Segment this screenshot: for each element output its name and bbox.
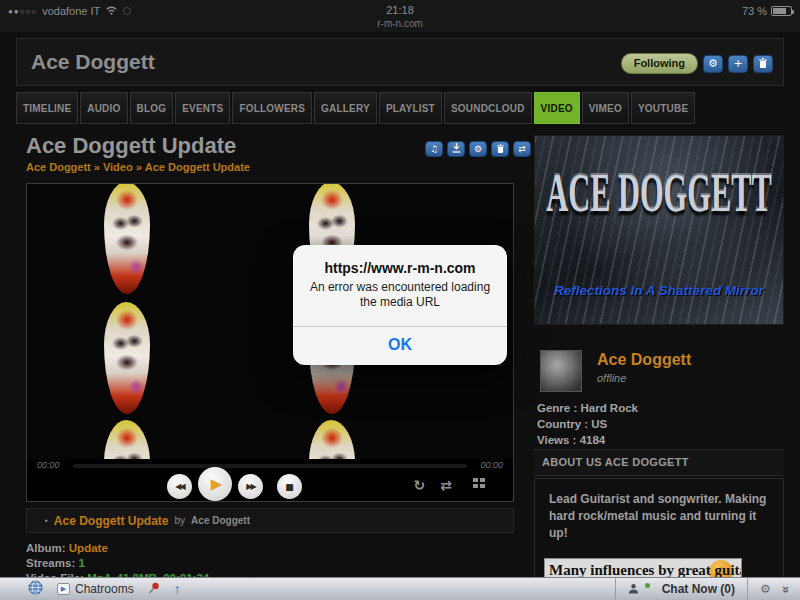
browser-bottom-toolbar: ▶ Chatrooms ↑ Chat Now (0) ⚙ » bbox=[0, 577, 800, 600]
media-error-dialog: https://www.r-m-n.com An error was encou… bbox=[293, 245, 507, 365]
stop-button[interactable]: ■ bbox=[277, 474, 302, 499]
album-label: Album: bbox=[26, 542, 66, 554]
views-row: Views : 4184 bbox=[537, 432, 638, 448]
stop-icon: ■ bbox=[285, 482, 294, 492]
track-title-link[interactable]: Ace Doggett Update bbox=[54, 514, 169, 528]
rewind-button[interactable]: ◀◀ bbox=[167, 474, 192, 499]
tab-followers[interactable]: FOLLOWERS bbox=[232, 92, 312, 124]
views-value: 4184 bbox=[580, 434, 606, 446]
video-frame-face bbox=[309, 420, 355, 459]
battery-percent-label: 73 % bbox=[742, 5, 767, 17]
player-controls: 00:00 00:00 ◀◀ ▶ ▶▶ ■ ↻ ⇄ bbox=[27, 459, 513, 501]
tab-video[interactable]: VIDEO bbox=[534, 92, 580, 124]
breadcrumb: Ace Doggett»Video»Ace Doggett Update bbox=[26, 161, 250, 173]
shuffle-button[interactable]: ⇄ bbox=[440, 477, 452, 493]
tab-gallery[interactable]: GALLERY bbox=[314, 92, 377, 124]
tab-soundcloud[interactable]: SOUNDCLOUD bbox=[444, 92, 532, 124]
pin-icon[interactable] bbox=[148, 580, 160, 598]
breadcrumb-separator: » bbox=[91, 161, 103, 173]
ios-status-bar: ●●○○○ vodafone IT 21:18 r-m-n.com 73 % bbox=[0, 0, 800, 32]
fast-forward-icon: ▶▶ bbox=[246, 482, 254, 491]
online-status-label: offline bbox=[597, 372, 626, 384]
playlist-item[interactable]: ▪ Ace Doggett Update by Ace Doggett bbox=[26, 508, 514, 533]
collapse-chevron-icon[interactable]: » bbox=[779, 585, 794, 592]
breadcrumb-artist-link[interactable]: Ace Doggett bbox=[26, 161, 91, 173]
tab-events[interactable]: EVENTS bbox=[175, 92, 230, 124]
tab-playlist[interactable]: PLAYLIST bbox=[379, 92, 442, 124]
breadcrumb-video-link[interactable]: Video bbox=[103, 161, 133, 173]
dialog-ok-button[interactable]: OK bbox=[293, 327, 507, 365]
share-shuffle-button[interactable]: ⇄ bbox=[513, 141, 531, 157]
bullet-icon: ▪ bbox=[45, 516, 48, 525]
delete-button[interactable] bbox=[753, 55, 773, 73]
media-delete-button[interactable] bbox=[491, 141, 509, 157]
streams-label: Streams: bbox=[26, 557, 75, 569]
online-dot-icon bbox=[645, 583, 650, 588]
about-section-heading: ABOUT US ACE DOGGETT bbox=[534, 449, 784, 476]
settings-gear-button[interactable]: ⚙ bbox=[703, 55, 723, 73]
breadcrumb-current-page: Ace Doggett Update bbox=[145, 161, 250, 173]
seek-bar[interactable] bbox=[73, 464, 467, 468]
add-to-playlist-button[interactable]: ♫ bbox=[425, 141, 443, 157]
download-icon bbox=[452, 143, 461, 155]
media-action-buttons: ♫ ⚙ ⇄ bbox=[425, 141, 531, 157]
album-cover-art[interactable]: ACE DOGGETT Reflections In A Shattered M… bbox=[534, 135, 784, 325]
chatrooms-button[interactable]: ▶ Chatrooms bbox=[57, 582, 134, 596]
artist-meta: Genre : Hard Rock Country : US Views : 4… bbox=[537, 400, 638, 448]
artist-info-row: Ace Doggett offline bbox=[540, 350, 784, 396]
streams-value: 1 bbox=[78, 557, 84, 569]
genre-label: Genre : bbox=[537, 402, 577, 414]
tab-blog[interactable]: BLOG bbox=[130, 92, 174, 124]
album-value-link[interactable]: Update bbox=[69, 542, 108, 554]
globe-icon[interactable] bbox=[28, 580, 43, 599]
battery-icon bbox=[771, 6, 792, 16]
video-frame-face bbox=[104, 184, 150, 294]
dialog-message: An error was encountered loading the med… bbox=[293, 280, 507, 326]
profile-tab-bar: TIMELINE AUDIO BLOG EVENTS FOLLOWERS GAL… bbox=[16, 92, 695, 124]
video-frame-face bbox=[104, 302, 150, 414]
trash-icon bbox=[497, 144, 504, 155]
country-label: Country : bbox=[537, 418, 588, 430]
album-row: Album: Update bbox=[26, 541, 209, 556]
chat-now-button[interactable]: Chat Now (0) bbox=[662, 582, 735, 596]
download-button[interactable] bbox=[447, 141, 465, 157]
add-button[interactable]: + bbox=[728, 55, 748, 73]
media-settings-button[interactable]: ⚙ bbox=[469, 141, 487, 157]
play-button[interactable]: ▶ bbox=[198, 467, 232, 501]
dialog-title: https://www.r-m-n.com bbox=[293, 245, 507, 280]
genre-value: Hard Rock bbox=[580, 402, 638, 414]
cover-album-text: Reflections In A Shattered Mirror bbox=[535, 283, 783, 298]
toolbar-divider bbox=[615, 578, 616, 600]
tab-timeline[interactable]: TIMELINE bbox=[16, 92, 78, 124]
video-frame-face bbox=[104, 420, 150, 459]
gear-icon: ⚙ bbox=[708, 58, 718, 69]
following-button[interactable]: Following bbox=[621, 53, 698, 74]
duration-label: 00:00 bbox=[480, 460, 503, 470]
views-label: Views : bbox=[537, 434, 576, 446]
page-title: Ace Doggett Update bbox=[26, 133, 236, 159]
by-label: by bbox=[175, 515, 186, 526]
artist-profile-link[interactable]: Ace Doggett bbox=[597, 351, 691, 369]
clock: 21:18 bbox=[0, 4, 800, 16]
elapsed-time-label: 00:00 bbox=[37, 460, 60, 470]
country-value: US bbox=[591, 418, 607, 430]
loop-button[interactable]: ↻ bbox=[414, 477, 426, 493]
upload-arrow-icon[interactable]: ↑ bbox=[174, 582, 181, 596]
gear-icon: ⚙ bbox=[474, 145, 482, 154]
fast-forward-button[interactable]: ▶▶ bbox=[238, 474, 263, 499]
play-icon: ▶ bbox=[211, 475, 223, 493]
browser-url[interactable]: r-m-n.com bbox=[0, 18, 800, 29]
plus-icon: + bbox=[733, 58, 742, 69]
cover-artist-text: ACE DOGGETT bbox=[537, 162, 780, 225]
tab-audio[interactable]: AUDIO bbox=[80, 92, 127, 124]
chat-settings-gear-icon[interactable]: ⚙ bbox=[760, 582, 771, 596]
shuffle-icon: ⇄ bbox=[518, 145, 526, 154]
fullscreen-button[interactable] bbox=[473, 478, 478, 482]
avatar[interactable] bbox=[540, 350, 582, 392]
tab-youtube[interactable]: YOUTUBE bbox=[631, 92, 695, 124]
music-note-icon: ♫ bbox=[430, 145, 438, 154]
tab-vimeo[interactable]: VIMEO bbox=[582, 92, 629, 124]
loop-icon: ↻ bbox=[414, 477, 426, 493]
chat-person-icon bbox=[628, 580, 639, 598]
shuffle-icon: ⇄ bbox=[440, 477, 452, 493]
